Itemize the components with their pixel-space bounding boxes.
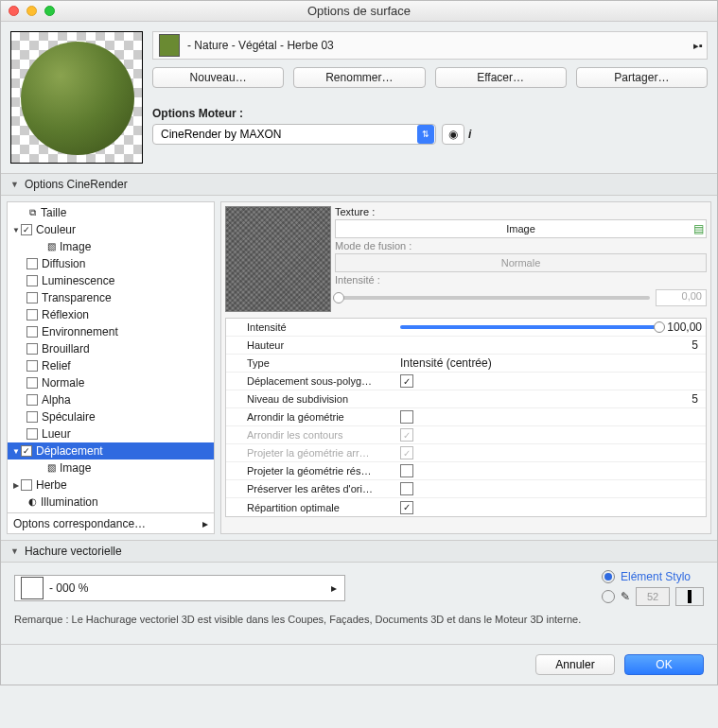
tree-item-normale[interactable]: Normale bbox=[8, 374, 214, 391]
tree-item-couleur-image[interactable]: ▧Image bbox=[8, 238, 214, 255]
tree-item-luminescence[interactable]: Luminescence bbox=[8, 272, 214, 289]
prop-repartition[interactable]: Répartition optimale ✓ bbox=[226, 498, 706, 516]
tree-item-diffusion[interactable]: Diffusion bbox=[8, 255, 214, 272]
share-button[interactable]: Partager… bbox=[576, 67, 708, 88]
pen-preview[interactable] bbox=[675, 587, 704, 606]
material-path-label: - Nature - Végétal - Herbe 03 bbox=[187, 39, 334, 52]
blend-label: Mode de fusion : bbox=[335, 240, 707, 251]
prop-intensite[interactable]: Intensité 100,00 bbox=[226, 319, 706, 337]
correspondance-menu[interactable]: Optons correspondance…▸ bbox=[8, 512, 214, 533]
tree-item-environnement[interactable]: Environnement bbox=[8, 323, 214, 340]
hachure-value: - 000 % bbox=[49, 581, 88, 595]
material-preview bbox=[10, 31, 143, 164]
titlebar: Options de surface bbox=[1, 1, 717, 22]
radio-pen-custom[interactable] bbox=[602, 590, 615, 603]
tree-item-deplacement-image[interactable]: ▧Image bbox=[8, 459, 214, 477]
prop-preserver-aretes[interactable]: Préserver les arêtes d'ori… bbox=[226, 480, 706, 498]
delete-button[interactable]: Effacer… bbox=[435, 67, 567, 88]
prop-type[interactable]: Type Intensité (centrée) bbox=[226, 355, 706, 373]
chevron-right-icon: ▸ bbox=[202, 517, 208, 530]
hachure-select[interactable]: - 000 % ▸ bbox=[14, 575, 345, 601]
tree-item-deplacement[interactable]: ▼✓Déplacement bbox=[8, 442, 214, 459]
texture-preview[interactable] bbox=[225, 206, 331, 312]
go-icon[interactable]: ▸▪ bbox=[693, 40, 703, 52]
prop-deplacement-sub[interactable]: Déplacement sous-polyg… ✓ bbox=[226, 373, 706, 390]
info-icon[interactable]: i bbox=[468, 128, 483, 141]
tree-item-brouillard[interactable]: Brouillard bbox=[8, 340, 214, 357]
tree-item-reflexion[interactable]: Réflexion bbox=[8, 306, 214, 323]
radio-element-stylo[interactable] bbox=[602, 570, 615, 583]
new-button[interactable]: Nouveau… bbox=[152, 67, 284, 88]
section-title: Options CineRender bbox=[25, 178, 128, 191]
tree-item-taille[interactable]: ⧉Taille bbox=[8, 204, 214, 221]
texture-select[interactable]: Image▤ bbox=[335, 219, 707, 238]
remark-text: Remarque : Le Hachurage vectoriel 3D est… bbox=[14, 614, 704, 625]
element-stylo-label: Elément Stylo bbox=[621, 570, 691, 583]
disclosure-triangle-icon: ▼ bbox=[10, 546, 19, 556]
checkbox-checked-icon[interactable]: ✓ bbox=[400, 374, 413, 388]
prop-niveau-sub[interactable]: Niveau de subdivision 5 bbox=[226, 390, 706, 408]
rename-button[interactable]: Renommer… bbox=[293, 67, 425, 88]
engine-select[interactable]: CineRender by MAXON bbox=[152, 124, 436, 145]
tree-item-couleur[interactable]: ▼✓Couleur bbox=[8, 221, 214, 238]
cinerender-section-header[interactable]: ▼ Options CineRender bbox=[1, 173, 717, 196]
prop-arrondir-contours: Arrondir les contours ✓ bbox=[226, 426, 706, 444]
section-title: Hachure vectorielle bbox=[25, 545, 122, 558]
window-title: Options de surface bbox=[1, 4, 717, 18]
engine-label: Options Moteur : bbox=[152, 107, 243, 120]
preview-eye-button[interactable]: ◉ bbox=[442, 124, 464, 145]
tree-item-transparence[interactable]: Transparence bbox=[8, 289, 214, 306]
intensity-value: 0,00 bbox=[656, 289, 707, 306]
chevron-right-icon: ▸ bbox=[331, 581, 337, 595]
prop-hauteur[interactable]: Hauteur 5 bbox=[226, 337, 706, 355]
material-path-bar[interactable]: - Nature - Végétal - Herbe 03 ▸▪ bbox=[152, 31, 708, 60]
properties-list: Intensité 100,00 Hauteur 5 Type Intensit… bbox=[225, 318, 707, 517]
ok-button[interactable]: OK bbox=[624, 654, 704, 675]
texture-label: Texture : bbox=[335, 206, 707, 217]
tree-item-illumination[interactable]: ◐Illumination bbox=[8, 494, 214, 511]
channel-tree: ⧉Taille ▼✓Couleur ▧Image Diffusion Lumin… bbox=[7, 201, 215, 534]
intensity-label: Intensité : bbox=[335, 274, 707, 286]
prop-projeter-arr: Projeter la géométrie arr… ✓ bbox=[226, 444, 706, 462]
disclosure-triangle-icon: ▼ bbox=[10, 180, 19, 189]
pick-image-icon[interactable]: ▤ bbox=[693, 222, 704, 235]
pen-number: 52 bbox=[636, 587, 670, 606]
hachure-swatch bbox=[21, 577, 44, 599]
tree-item-speculaire[interactable]: Spéculaire bbox=[8, 408, 214, 425]
tree-item-herbe[interactable]: ▶Herbe bbox=[8, 477, 214, 494]
pen-icon: ✎ bbox=[621, 590, 630, 603]
cancel-button[interactable]: Annuler bbox=[535, 654, 615, 675]
prop-arrondir-geo[interactable]: Arrondir la géométrie bbox=[226, 408, 706, 426]
tree-item-lueur[interactable]: Lueur bbox=[8, 425, 214, 442]
hachure-section-header[interactable]: ▼ Hachure vectorielle bbox=[1, 540, 717, 563]
blend-select: Normale bbox=[335, 253, 707, 272]
tree-item-alpha[interactable]: Alpha bbox=[8, 391, 214, 408]
prop-projeter-res[interactable]: Projeter la géométrie rés… bbox=[226, 462, 706, 480]
tree-item-relief[interactable]: Relief bbox=[8, 357, 214, 374]
material-swatch bbox=[159, 34, 180, 57]
properties-panel: Texture : Image▤ Mode de fusion : Normal… bbox=[220, 201, 711, 534]
intensity-slider bbox=[335, 296, 650, 300]
